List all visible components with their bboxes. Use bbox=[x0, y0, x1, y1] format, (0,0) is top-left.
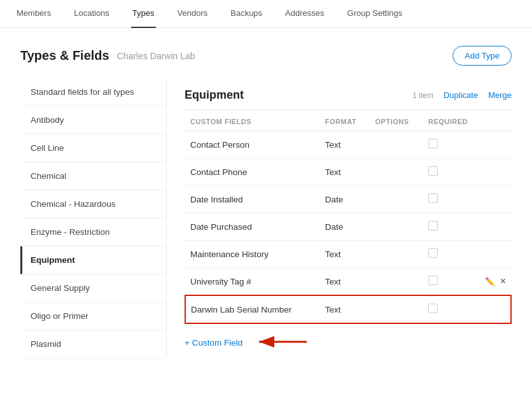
top-navigation: MembersLocationsTypesVendorsBackupsAddre… bbox=[0, 0, 532, 28]
field-format: Text bbox=[320, 295, 370, 323]
sidebar-item-equipment[interactable]: Equipment bbox=[20, 246, 166, 274]
field-name: Date Purchased bbox=[185, 213, 320, 241]
required-checkbox[interactable] bbox=[428, 166, 438, 176]
required-checkbox[interactable] bbox=[428, 139, 438, 148]
col-header-custom-fields: CUSTOM FIELDS bbox=[185, 110, 320, 131]
field-required[interactable] bbox=[423, 213, 473, 241]
page-subtitle: Charles Darwin Lab bbox=[117, 51, 195, 61]
field-options bbox=[370, 213, 423, 241]
field-required[interactable] bbox=[423, 131, 473, 158]
page-title-area: Types & Fields Charles Darwin Lab bbox=[20, 48, 195, 63]
field-required[interactable] bbox=[423, 295, 473, 323]
col-header-options: OPTIONS bbox=[370, 110, 423, 131]
sidebar-item-antibody[interactable]: Antibody bbox=[20, 106, 166, 134]
sidebar-item-general-supply[interactable]: General Supply bbox=[20, 274, 166, 302]
item-count: 1 item bbox=[412, 91, 433, 100]
field-options bbox=[370, 186, 423, 213]
nav-item-members[interactable]: Members bbox=[15, 0, 52, 28]
add-type-button[interactable]: Add Type bbox=[452, 46, 512, 66]
nav-item-group-settings[interactable]: Group Settings bbox=[346, 0, 404, 28]
col-header-actions bbox=[473, 110, 511, 131]
right-panel: Equipment 1 item Duplicate Merge CUSTOM … bbox=[167, 78, 512, 358]
fields-table: CUSTOM FIELDS FORMAT OPTIONS REQUIRED Co… bbox=[185, 110, 512, 324]
sidebar-item-oligo-or-primer[interactable]: Oligo or Primer bbox=[20, 302, 166, 330]
main-content: Standard fields for all typesAntibodyCel… bbox=[0, 78, 532, 358]
panel-header: Equipment 1 item Duplicate Merge bbox=[185, 78, 512, 110]
edit-icon[interactable]: ✏️ bbox=[485, 277, 495, 286]
field-name: Contact Phone bbox=[185, 158, 320, 186]
field-format: Date bbox=[320, 186, 370, 213]
nav-item-locations[interactable]: Locations bbox=[73, 0, 111, 28]
delete-icon[interactable]: × bbox=[500, 276, 506, 287]
panel-title: Equipment bbox=[185, 88, 244, 102]
nav-item-backups[interactable]: Backups bbox=[229, 0, 263, 28]
field-options bbox=[370, 131, 423, 158]
table-row: University Tag #Text✏️× bbox=[185, 268, 511, 296]
duplicate-button[interactable]: Duplicate bbox=[444, 90, 478, 100]
nav-item-addresses[interactable]: Addresses bbox=[284, 0, 325, 28]
field-format: Text bbox=[320, 268, 370, 296]
sidebar-item-chemical[interactable]: Chemical bbox=[20, 162, 166, 190]
field-name: University Tag # bbox=[185, 268, 320, 296]
sidebar-item-standard-fields[interactable]: Standard fields for all types bbox=[20, 78, 166, 106]
field-options bbox=[370, 295, 423, 323]
arrow-indicator bbox=[253, 334, 310, 351]
required-checkbox[interactable] bbox=[428, 304, 438, 313]
field-options bbox=[370, 241, 423, 268]
field-actions bbox=[473, 241, 511, 268]
field-actions bbox=[473, 186, 511, 213]
field-name: Contact Person bbox=[185, 131, 320, 158]
sidebar-item-chemical-hazardous[interactable]: Chemical - Hazardous bbox=[20, 190, 166, 218]
nav-item-types[interactable]: Types bbox=[131, 0, 156, 28]
add-custom-field-button[interactable]: + Custom Field bbox=[185, 338, 242, 348]
table-row: Contact PersonText bbox=[185, 131, 511, 158]
action-icons: ✏️× bbox=[478, 276, 506, 287]
table-header: CUSTOM FIELDS FORMAT OPTIONS REQUIRED bbox=[185, 110, 511, 131]
field-format: Date bbox=[320, 213, 370, 241]
field-options bbox=[370, 158, 423, 186]
field-actions bbox=[473, 295, 511, 323]
field-actions: ✏️× bbox=[473, 268, 511, 296]
col-header-format: FORMAT bbox=[320, 110, 370, 131]
field-actions bbox=[473, 213, 511, 241]
page-title: Types & Fields bbox=[20, 48, 109, 63]
field-actions bbox=[473, 158, 511, 186]
field-format: Text bbox=[320, 158, 370, 186]
sidebar-item-plasmid[interactable]: Plasmid bbox=[20, 330, 166, 358]
nav-item-vendors[interactable]: Vendors bbox=[176, 0, 209, 28]
field-required[interactable] bbox=[423, 158, 473, 186]
table-row: Maintenance HistoryText bbox=[185, 241, 511, 268]
sidebar-item-enzyme-restriction[interactable]: Enzyme - Restriction bbox=[20, 218, 166, 246]
sidebar-item-cell-line[interactable]: Cell Line bbox=[20, 134, 166, 162]
sidebar: Standard fields for all typesAntibodyCel… bbox=[20, 78, 167, 358]
custom-field-row: + Custom Field bbox=[185, 324, 512, 354]
field-required[interactable] bbox=[423, 186, 473, 213]
table-row: Darwin Lab Serial NumberText bbox=[185, 295, 511, 323]
field-actions bbox=[473, 131, 511, 158]
table-row: Date PurchasedDate bbox=[185, 213, 511, 241]
field-name: Date Installed bbox=[185, 186, 320, 213]
required-checkbox[interactable] bbox=[428, 248, 438, 258]
field-format: Text bbox=[320, 241, 370, 268]
table-row: Contact PhoneText bbox=[185, 158, 511, 186]
field-required[interactable] bbox=[423, 241, 473, 268]
field-required[interactable] bbox=[423, 268, 473, 296]
required-checkbox[interactable] bbox=[428, 193, 438, 203]
col-header-required: REQUIRED bbox=[423, 110, 473, 131]
field-name: Maintenance History bbox=[185, 241, 320, 268]
page-header: Types & Fields Charles Darwin Lab Add Ty… bbox=[0, 28, 532, 78]
required-checkbox[interactable] bbox=[428, 221, 438, 230]
required-checkbox[interactable] bbox=[428, 276, 438, 285]
field-options bbox=[370, 268, 423, 296]
field-name: Darwin Lab Serial Number bbox=[185, 295, 320, 323]
table-row: Date InstalledDate bbox=[185, 186, 511, 213]
merge-button[interactable]: Merge bbox=[488, 90, 512, 100]
field-format: Text bbox=[320, 131, 370, 158]
